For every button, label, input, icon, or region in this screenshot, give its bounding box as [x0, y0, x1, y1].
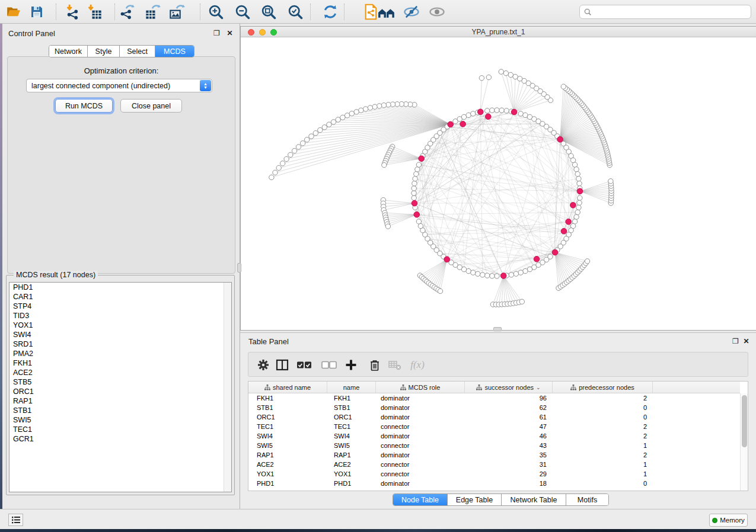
table-cell[interactable]: 1 [553, 441, 653, 450]
list-scrollbar-track[interactable] [224, 283, 231, 492]
table-cell[interactable]: 0 [553, 412, 653, 422]
show-columns-button[interactable] [275, 358, 290, 372]
column-header-shared-name[interactable]: shared name [248, 382, 327, 393]
table-cell[interactable]: STB1 [248, 403, 327, 412]
mcds-result-item[interactable]: ACE2 [9, 368, 231, 377]
network-window-titlebar[interactable]: YPA_prune.txt_1 [241, 27, 756, 37]
graph-mcds-node[interactable] [557, 137, 563, 143]
graph-node[interactable] [377, 104, 382, 108]
graph-mcds-node[interactable] [566, 219, 572, 225]
float-window-icon[interactable]: ❐ [213, 30, 221, 37]
create-column-button[interactable] [343, 358, 359, 372]
table-cell[interactable]: dominator [376, 431, 465, 441]
delete-table-button-disabled[interactable] [387, 358, 403, 372]
table-cell[interactable]: RAP1 [327, 450, 376, 460]
tab-style[interactable]: Style [88, 46, 120, 57]
show-all-button[interactable] [428, 3, 446, 21]
graph-mcds-node[interactable] [460, 121, 466, 127]
graph-node[interactable] [577, 181, 582, 186]
graph-node[interactable] [313, 131, 318, 136]
table-cell[interactable]: 0 [553, 479, 653, 488]
mcds-result-item[interactable]: SRD1 [9, 339, 231, 349]
tab-node-table[interactable]: Node Table [393, 494, 448, 505]
table-cell[interactable]: 18 [465, 479, 553, 488]
graph-node[interactable] [412, 186, 416, 191]
table-cell[interactable]: 43 [465, 441, 553, 450]
column-header-MCDS-role[interactable]: MCDS role [376, 382, 465, 393]
table-cell[interactable]: FKH1 [327, 393, 376, 403]
search-box[interactable] [579, 5, 751, 19]
graph-node[interactable] [363, 107, 368, 111]
graph-node[interactable] [499, 108, 504, 113]
graph-mcds-node[interactable] [577, 188, 583, 194]
graph-mcds-node[interactable] [414, 211, 420, 217]
graph-mcds-node[interactable] [500, 273, 506, 279]
table-row[interactable]: STB1STB1dominator620 [248, 403, 740, 412]
graph-node[interactable] [416, 162, 421, 167]
table-cell[interactable]: 96 [465, 393, 553, 403]
table-cell[interactable]: 31 [465, 460, 553, 469]
graph-node[interactable] [495, 274, 499, 278]
mcds-result-item[interactable]: STB5 [9, 377, 231, 387]
graph-node[interactable] [513, 271, 518, 276]
graph-node[interactable] [575, 172, 580, 177]
tab-select[interactable]: Select [120, 46, 155, 57]
graph-mcds-node[interactable] [552, 249, 558, 255]
zoom-in-button[interactable] [207, 3, 225, 21]
table-cell[interactable]: dominator [376, 393, 465, 403]
mcds-result-item[interactable]: CAR1 [9, 292, 231, 302]
tab-edge-table[interactable]: Edge Table [448, 494, 502, 505]
graph-node[interactable] [486, 75, 491, 79]
table-cell[interactable]: connector [376, 469, 465, 479]
table-cell[interactable]: 61 [465, 412, 553, 422]
deselect-all-button[interactable] [320, 358, 339, 372]
graph-node[interactable] [518, 111, 523, 116]
table-cell[interactable]: connector [376, 422, 465, 431]
graph-node[interactable] [349, 111, 354, 116]
table-cell[interactable]: dominator [376, 479, 465, 488]
graph-node[interactable] [509, 273, 513, 277]
graph-node[interactable] [412, 191, 416, 196]
zoom-selected-button[interactable] [286, 3, 304, 21]
graph-node[interactable] [574, 214, 579, 219]
table-cell[interactable]: TEC1 [248, 422, 327, 431]
network-graph-canvas[interactable] [241, 37, 755, 331]
table-cell[interactable]: 62 [465, 403, 553, 412]
vertical-split-handle[interactable] [237, 263, 241, 273]
graph-node[interactable] [305, 137, 310, 142]
graph-node[interactable] [471, 270, 476, 275]
search-input[interactable] [595, 7, 751, 17]
table-cell[interactable]: 46 [465, 431, 553, 441]
horizontal-split-handle[interactable] [493, 327, 502, 331]
graph-mcds-node[interactable] [412, 200, 417, 206]
table-cell[interactable]: RAP1 [248, 450, 327, 460]
export-image-button[interactable] [168, 3, 186, 21]
table-cell[interactable]: YOX1 [248, 469, 327, 479]
close-panel-icon[interactable]: ✕ [226, 30, 234, 37]
table-scrollbar-thumb[interactable] [742, 395, 747, 447]
graph-mcds-node[interactable] [561, 228, 567, 234]
graph-mcds-node[interactable] [534, 257, 540, 262]
table-cell[interactable]: TEC1 [327, 422, 376, 431]
graph-node[interactable] [280, 161, 285, 166]
graph-node[interactable] [490, 274, 495, 278]
graph-node[interactable] [508, 72, 513, 77]
graph-mcds-node[interactable] [511, 109, 517, 115]
mcds-result-item[interactable]: TID3 [9, 311, 231, 321]
graph-node[interactable] [572, 162, 577, 167]
table-cell[interactable]: ACE2 [248, 460, 327, 469]
table-cell[interactable]: 1 [553, 469, 653, 479]
zoom-out-button[interactable] [234, 3, 251, 21]
table-cell[interactable]: connector [376, 460, 465, 469]
graph-node[interactable] [412, 181, 417, 186]
graph-node[interactable] [292, 148, 296, 153]
graph-node[interactable] [288, 152, 293, 157]
tab-network-table[interactable]: Network Table [502, 494, 566, 505]
table-cell[interactable]: STB1 [327, 403, 376, 412]
table-cell[interactable]: SWI5 [327, 441, 376, 450]
graph-node[interactable] [485, 273, 490, 278]
mcds-result-item[interactable]: PHD1 [9, 283, 231, 292]
graph-node[interactable] [495, 108, 499, 113]
mcds-result-item[interactable]: TEC1 [9, 425, 231, 434]
graph-node[interactable] [504, 108, 509, 113]
